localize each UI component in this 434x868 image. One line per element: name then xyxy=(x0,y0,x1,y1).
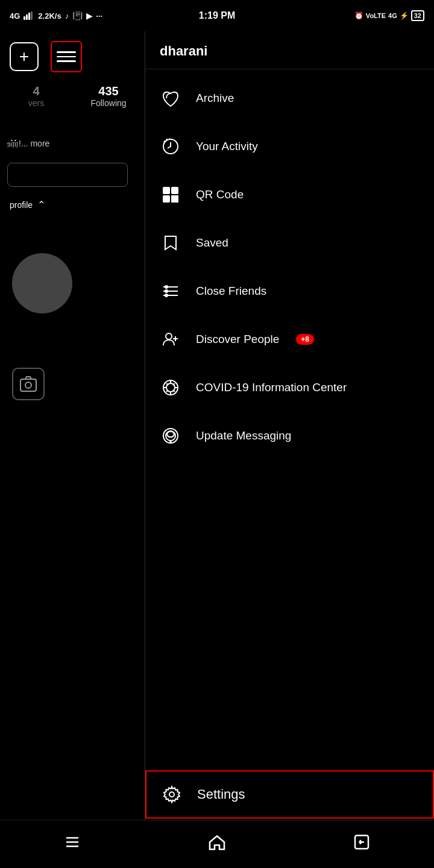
add-content-button[interactable]: + xyxy=(10,42,39,71)
nav-home-icon[interactable] xyxy=(208,833,226,855)
menu-line-1 xyxy=(57,51,76,53)
archive-icon xyxy=(160,87,181,109)
cast-icon: ▶ xyxy=(86,11,92,20)
svg-rect-11 xyxy=(173,189,177,192)
messaging-icon xyxy=(160,425,181,447)
activity-label: Your Activity xyxy=(196,140,258,153)
svg-point-23 xyxy=(166,333,172,339)
svg-rect-14 xyxy=(175,196,178,198)
more-dots: ··· xyxy=(96,11,102,20)
menu-item-archive[interactable]: Archive xyxy=(145,74,434,122)
svg-rect-13 xyxy=(172,196,174,198)
svg-rect-15 xyxy=(172,200,174,202)
profile-bio: உர்ர்!... more xyxy=(7,139,49,149)
bolt-icon: ⚡ xyxy=(400,11,409,20)
side-menu-panel: dharani Archive Your Activity xyxy=(145,31,434,868)
menu-username: dharani xyxy=(160,43,207,58)
svg-rect-2 xyxy=(28,13,30,20)
svg-rect-4 xyxy=(20,379,36,391)
signal-icon xyxy=(24,11,34,20)
chevron-up-icon: ⌃ xyxy=(37,199,45,210)
bottom-navigation xyxy=(0,820,434,868)
messaging-label: Update Messaging xyxy=(196,429,291,442)
battery-indicator: 32 xyxy=(411,10,424,21)
highlights-section: profile ⌃ xyxy=(10,199,45,210)
following-stat[interactable]: 435 Following xyxy=(72,84,145,108)
status-left: 4G 2.2K/s ♪ 📳 ▶ ··· xyxy=(10,11,102,20)
svg-point-20 xyxy=(165,285,168,289)
profile-label: profile xyxy=(10,200,33,210)
lte-icon: 4G xyxy=(388,12,397,19)
add-photo-button[interactable] xyxy=(12,368,45,400)
saved-label: Saved xyxy=(196,236,228,250)
bookmark-icon xyxy=(160,232,181,254)
profile-header: + xyxy=(0,31,145,82)
status-right: ⏰ VoLTE 4G ⚡ 32 xyxy=(354,10,424,21)
nav-menu-icon[interactable] xyxy=(63,833,81,855)
svg-point-22 xyxy=(165,294,168,297)
discover-label: Discover People xyxy=(196,333,279,346)
menu-item-qr[interactable]: QR Code xyxy=(145,171,434,219)
svg-point-21 xyxy=(165,289,168,293)
status-bar: 4G 2.2K/s ♪ 📳 ▶ ··· 1:19 PM ⏰ VoLTE 4G ⚡… xyxy=(0,0,434,31)
activity-clock-icon xyxy=(160,136,181,157)
followers-count: 4 xyxy=(33,84,39,98)
profile-stats: 4 vers 435 Following xyxy=(0,84,145,108)
panel-divider xyxy=(145,31,145,868)
vibrate-icon: 📳 xyxy=(72,11,83,20)
menu-item-messaging[interactable]: Update Messaging xyxy=(145,412,434,460)
qr-code-icon xyxy=(160,184,181,206)
followers-stat[interactable]: 4 vers xyxy=(0,84,72,108)
camera-icon xyxy=(19,375,37,393)
covid-info-icon xyxy=(160,377,181,398)
svg-rect-16 xyxy=(175,200,178,202)
speed-info: 2.2K/s xyxy=(38,11,61,20)
svg-rect-12 xyxy=(165,197,168,201)
svg-rect-10 xyxy=(165,189,168,192)
nav-back-icon[interactable] xyxy=(353,833,371,855)
svg-rect-3 xyxy=(31,11,33,20)
menu-item-activity[interactable]: Your Activity xyxy=(145,122,434,171)
profile-avatar xyxy=(12,253,72,313)
menu-item-discover[interactable]: Discover People +8 xyxy=(145,315,434,363)
network-info: 4G xyxy=(10,11,20,20)
left-panel: + 4 vers 435 Following உர்ர்!... more pr… xyxy=(0,0,145,868)
settings-gear-icon xyxy=(161,784,183,805)
time-display: 1:19 PM xyxy=(199,10,235,21)
plus-icon: + xyxy=(19,48,29,65)
menu-item-close-friends[interactable]: Close Friends xyxy=(145,267,434,315)
svg-rect-0 xyxy=(24,16,25,20)
menu-line-3 xyxy=(57,60,76,62)
settings-button[interactable]: Settings xyxy=(145,770,434,819)
menu-item-covid[interactable]: COVID-19 Information Center xyxy=(145,363,434,412)
menu-item-saved[interactable]: Saved xyxy=(145,219,434,267)
covid-label: COVID-19 Information Center xyxy=(196,381,347,394)
svg-point-5 xyxy=(25,382,31,388)
alarm-icon: ⏰ xyxy=(354,11,363,20)
qr-label: QR Code xyxy=(196,188,244,201)
discover-people-icon xyxy=(160,329,181,350)
hamburger-menu-button[interactable] xyxy=(51,41,82,72)
menu-username-header: dharani xyxy=(145,31,434,69)
menu-list: Archive Your Activity xyxy=(145,69,434,465)
following-label: Following xyxy=(90,98,126,108)
volte-icon: VoLTE xyxy=(366,12,386,19)
menu-line-2 xyxy=(57,56,76,58)
music-icon: ♪ xyxy=(65,11,69,20)
close-friends-label: Close Friends xyxy=(196,285,266,298)
svg-rect-1 xyxy=(26,14,28,20)
edit-profile-button[interactable] xyxy=(7,163,128,187)
archive-label: Archive xyxy=(196,92,234,105)
discover-badge: +8 xyxy=(296,334,314,345)
svg-point-34 xyxy=(169,792,174,797)
followers-label: vers xyxy=(28,98,44,108)
close-friends-icon xyxy=(160,280,181,302)
settings-label: Settings xyxy=(197,787,245,802)
following-count: 435 xyxy=(98,84,118,98)
